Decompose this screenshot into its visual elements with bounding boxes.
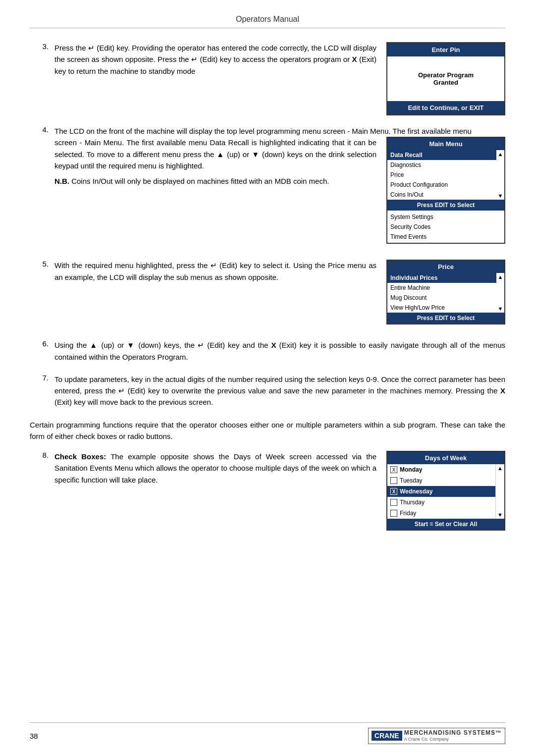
item-5-number: 5. [30,260,54,268]
monday-label: Monday [400,466,422,473]
days-scroll: ▲ ▼ [495,464,504,519]
friday-label: Friday [400,510,416,517]
section-7: 7. To update parameters, key in the actu… [30,374,505,408]
coins-in-out-row: Coins In/Out [387,190,496,200]
wednesday-checkbox: X [390,488,397,495]
item-8-screen: Days of Week X Monday Tuesday [386,451,505,531]
enter-pin-gap [387,56,504,69]
item-5-screen: Price Individual Prices Entire Machine M… [386,260,505,329]
price-menu-title: Price [387,261,504,273]
section-6: 6. Using the ▲ (up) or ▼ (down) keys, th… [30,339,505,363]
item-6-number: 6. [30,339,54,348]
monday-checkbox: X [390,466,397,473]
tuesday-label: Tuesday [400,477,423,484]
enter-pin-title: Enter Pin [387,43,504,56]
days-of-week-title: Days of Week [387,452,504,464]
footer-merch: MERCHANDISING SYSTEMS™ A Crane Co. Compa… [404,729,502,743]
price-scroll-arrows: ▲ ▼ [496,273,504,313]
wednesday-row: X Wednesday [387,486,495,497]
mug-discount-row: Mug Discount [387,293,496,303]
page-number: 38 [30,732,38,740]
days-arrow-up-icon: ▲ [497,465,503,471]
price-row: Price [387,170,496,180]
below-menu-rows: System Settings Security Codes Timed Eve… [387,211,504,243]
footer-logo: CRANE MERCHANDISING SYSTEMS™ A Crane Co.… [368,728,505,744]
item-3-screen: Enter Pin Operator ProgramGranted Edit t… [386,42,505,115]
monday-row: X Monday [387,464,495,475]
page-footer: 38 CRANE MERCHANDISING SYSTEMS™ A Crane … [30,722,505,744]
arrow-down-icon: ▼ [498,193,503,199]
thursday-row: Thursday [387,497,495,508]
diagnostics-row: Diagnostics [387,160,496,170]
price-menu-action: Press EDIT to Select [387,313,504,324]
header-title: Operators Manual [236,15,299,23]
entire-machine-row: Entire Machine [387,283,496,293]
tuesday-checkbox [390,477,397,484]
item-3-text: Press the ↵ (Edit) key. Providing the op… [54,42,376,77]
days-action-bar: Start = Set or Clear All [387,519,504,530]
item-3-number: 3. [30,42,54,51]
item-8-text: Check Boxes: The example opposite shows … [54,451,376,486]
individual-prices-row: Individual Prices [387,273,496,283]
item-8-number: 8. [30,451,54,459]
main-menu-action: Press EDIT to Select [387,200,504,211]
crane-label: CRANE [372,731,402,741]
price-arrow-up-icon: ▲ [498,274,503,280]
section-8: 8. Check Boxes: The example opposite sho… [30,451,505,531]
item-4-screen: Main Menu Data Recall Diagnostics Price … [386,137,505,249]
item-4-intro: The LCD on the front of the machine will… [54,125,505,137]
item-7-number: 7. [30,374,54,382]
main-menu-widget: Main Menu Data Recall Diagnostics Price … [386,137,505,244]
days-body: X Monday Tuesday X Wednesday [387,464,504,519]
price-arrow-down-icon: ▼ [498,306,503,312]
enter-pin-gap2 [387,88,504,101]
days-of-week-widget: Days of Week X Monday Tuesday [386,451,505,531]
friday-row: Friday [387,508,495,519]
price-menu-widget: Price Individual Prices Entire Machine M… [386,260,505,324]
view-high-low-row: View High/Low Price [387,303,496,313]
item-6-text: Using the ▲ (up) or ▼ (down) keys, the ↵… [54,339,505,363]
item-5-text: With the required menu highlighted, pres… [54,260,376,283]
wednesday-label: Wednesday [400,488,432,495]
edit-continue-label: Edit to Continue, or EXIT [387,101,504,114]
thursday-label: Thursday [400,499,425,506]
days-list: X Monday Tuesday X Wednesday [387,464,495,519]
scroll-arrows: ▲ ▼ [496,150,504,200]
system-settings-row: System Settings [390,212,501,222]
operator-program-label: Operator ProgramGranted [387,69,504,88]
merchandising-label: MERCHANDISING SYSTEMS™ [404,729,502,737]
item-7-text: To update parameters, key in the actual … [54,374,505,408]
friday-checkbox [390,510,397,517]
data-recall-row: Data Recall [387,150,496,160]
security-codes-row: Security Codes [390,222,501,232]
enter-pin-widget: Enter Pin Operator ProgramGranted Edit t… [386,42,505,115]
thursday-checkbox [390,499,397,506]
days-arrow-down-icon: ▼ [497,512,503,518]
section-3: 3. Press the ↵ (Edit) key. Providing the… [30,42,505,115]
section-5: 5. With the required menu highlighted, p… [30,260,505,329]
item-4-number: 4. [30,125,54,134]
page-header: Operators Manual [30,15,505,28]
plain-paragraph: Certain programming functions require th… [30,419,505,442]
main-menu-title: Main Menu [387,138,504,150]
item-4-text: screen - Main Menu. The first available … [54,137,376,187]
arrow-up-icon: ▲ [498,151,503,157]
section-4: 4. The LCD on the front of the machine w… [30,125,505,249]
timed-events-row: Timed Events [390,232,501,242]
company-sub-label: A Crane Co. Company [404,737,502,743]
tuesday-row: Tuesday [387,475,495,486]
product-config-row: Product Configuration [387,180,496,190]
